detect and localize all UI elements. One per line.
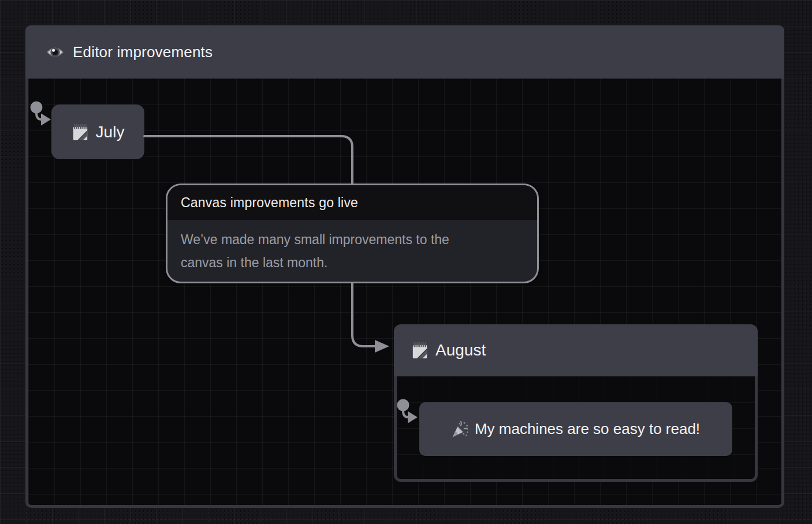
august-label: August bbox=[435, 341, 486, 360]
august-header[interactable]: August bbox=[394, 324, 758, 376]
spiral-calendar-icon bbox=[411, 341, 429, 360]
spiral-calendar-icon bbox=[72, 123, 89, 141]
event-node-header: Canvas improvements go live bbox=[167, 185, 537, 220]
event-description: We’ve made many small improvements to th… bbox=[167, 220, 496, 274]
party-popper-icon bbox=[452, 421, 469, 438]
canvas[interactable]: Editor improvements August bbox=[0, 0, 812, 524]
machines-note-label: My machines are so easy to read! bbox=[475, 420, 700, 438]
july-label: July bbox=[96, 123, 125, 141]
event-title: Canvas improvements go live bbox=[181, 195, 358, 211]
state-node-july[interactable]: July bbox=[51, 104, 144, 159]
machine-title: Editor improvements bbox=[73, 43, 213, 61]
machine-header[interactable]: Editor improvements bbox=[25, 25, 784, 78]
state-node-machines-note[interactable]: My machines are so easy to read! bbox=[419, 402, 732, 456]
event-node-canvas-improvements[interactable]: Canvas improvements go live We’ve made m… bbox=[166, 184, 539, 283]
eye-icon bbox=[46, 45, 64, 59]
